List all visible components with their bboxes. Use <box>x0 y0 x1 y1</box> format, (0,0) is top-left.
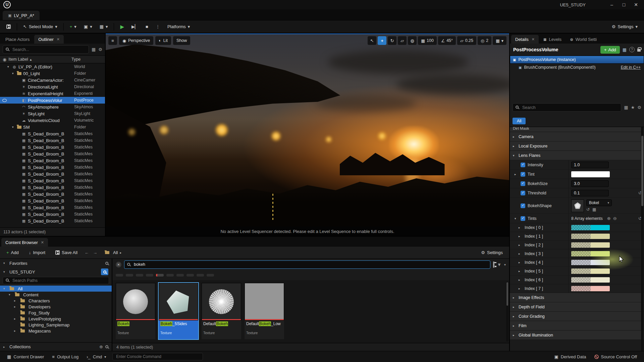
save-search-icon[interactable] <box>493 262 494 267</box>
output-log-button[interactable]: ≡ Output Log <box>48 354 82 359</box>
filter-chip[interactable] <box>197 274 204 277</box>
outliner-row[interactable]: ☀ DirectionalLight Directional <box>0 83 105 90</box>
tint-color-swatch[interactable] <box>571 277 610 283</box>
nav-back-button[interactable]: ← <box>85 250 89 255</box>
expand-arrow-icon[interactable]: ▸ <box>14 305 18 308</box>
expand-arrow-icon[interactable]: ▸ <box>519 226 522 229</box>
tint-array-element-row[interactable]: ▸ Index [ 3 ] <box>510 249 644 258</box>
perspective-dropdown[interactable]: ◉ Perspective <box>119 36 153 45</box>
import-button[interactable]: ↓ Import <box>26 248 48 257</box>
add-array-element-icon[interactable]: ⊕ <box>607 216 611 221</box>
threshold-field[interactable]: 0.1 <box>571 190 609 196</box>
maximize-button[interactable]: □ <box>618 1 630 9</box>
tab-details[interactable]: Details ✕ <box>511 35 539 44</box>
tint-array-element-row[interactable]: ▸ Index [ 5 ] <box>510 267 644 276</box>
brush-component-row[interactable]: ▣ BrushComponent (BrushComponent0) Edit … <box>510 64 644 71</box>
outliner-row[interactable]: ▦ S_Dead_Broom_B StaticMes <box>0 191 105 197</box>
add-asset-button[interactable]: + Add <box>3 248 22 257</box>
folder-tree-item[interactable]: ▾ Content <box>0 292 112 298</box>
bokehshape-texture-thumbnail[interactable] <box>571 199 584 212</box>
outliner-row[interactable]: ☁ VolumetricCloud Volumetric <box>0 117 105 124</box>
outliner-row[interactable]: ▣ CineCameraActor: CineCamer <box>0 77 105 83</box>
component-view-icon[interactable]: ▦ <box>623 47 627 52</box>
help-icon[interactable]: ? <box>629 47 635 52</box>
cmd-dropdown[interactable]: ›_ Cmd ▾ <box>83 354 110 359</box>
asset-search-input[interactable] <box>124 260 490 269</box>
tint-array-element-row[interactable]: ▸ Index [ 2 ] <box>510 241 644 249</box>
expand-arrow-icon[interactable]: ▾ <box>515 217 518 220</box>
close-icon[interactable]: ✕ <box>57 37 60 42</box>
menu-item[interactable] <box>28 3 34 6</box>
expand-arrow-icon[interactable]: ▾ <box>3 287 7 290</box>
section-camera[interactable]: ▸ Camera <box>510 132 644 141</box>
select-tool-button[interactable]: ↖ <box>368 36 376 45</box>
outliner-row[interactable]: ▦ S_Dead_Broom_B StaticMes <box>0 157 105 164</box>
outliner-row[interactable]: ▦ S_Dead_Broom_B StaticMes <box>0 144 105 150</box>
folder-tree-item[interactable]: ▾ All <box>0 286 112 292</box>
tint-array-element-row[interactable]: ▸ Index [ 1 ] <box>510 232 644 241</box>
expand-arrow-icon[interactable]: ▸ <box>519 243 522 247</box>
expand-arrow-icon[interactable]: ▾ <box>12 125 16 129</box>
expand-arrow-icon[interactable]: ▸ <box>519 287 522 290</box>
visibility-column-eye-icon[interactable]: ◉ <box>3 57 6 62</box>
expand-arrow-icon[interactable]: ▸ <box>515 173 518 176</box>
expand-arrow-icon[interactable]: ▸ <box>519 278 522 282</box>
platforms-dropdown[interactable]: Platforms ▾ <box>164 22 193 31</box>
bokehsize-field[interactable]: 3.0 <box>571 180 609 187</box>
play-options-kebab[interactable]: ⋮ <box>153 22 163 31</box>
menu-item[interactable] <box>48 3 54 6</box>
tab-place-actors[interactable]: Place Actors <box>1 35 34 44</box>
column-type[interactable]: Type <box>71 57 102 62</box>
tab-levels[interactable]: ▦ Levels <box>539 35 566 44</box>
expand-arrow-icon[interactable]: ▸ <box>519 235 522 238</box>
outliner-row[interactable]: ☀ SkyLight SkyLight <box>0 110 105 117</box>
asset-tile[interactable]: DefaultBokeh Texture <box>202 283 241 339</box>
outliner-row[interactable]: ▦ S_Dead_Broom_B StaticMes <box>0 197 105 204</box>
section-local-exposure[interactable]: ▸ Local Exposure <box>510 141 644 151</box>
filter-chip[interactable] <box>176 274 184 277</box>
collapsed-section-row[interactable]: ▸ Color Grading <box>510 312 644 321</box>
filter-chip[interactable] <box>146 274 153 277</box>
tint-array-element-row[interactable]: ▸ Index [ 7 ] <box>510 284 644 293</box>
menu-item[interactable] <box>61 3 68 6</box>
expand-arrow-icon[interactable]: ▾ <box>12 72 16 75</box>
blueprints-dropdown[interactable]: ▣▾ <box>81 22 95 31</box>
details-search-input[interactable] <box>513 103 621 112</box>
outliner-row[interactable]: ▦ S_Dead_Broom_B StaticMes <box>0 137 105 144</box>
play-button[interactable]: ▶ <box>117 22 127 32</box>
details-scrollbar[interactable] <box>641 127 644 351</box>
minimize-button[interactable]: – <box>606 1 618 9</box>
filter-chip[interactable] <box>166 274 174 277</box>
filter-chip[interactable] <box>207 274 214 277</box>
lock-icon[interactable] <box>637 49 641 52</box>
expand-arrow-icon[interactable]: ▸ <box>519 269 522 273</box>
bokehshape-checkbox[interactable] <box>521 203 525 208</box>
tint-array-element-row[interactable]: ▸ Index [ 4 ] <box>510 258 644 267</box>
content-browser-settings-button[interactable]: ⚙ Settings <box>478 248 506 257</box>
bokehsize-checkbox[interactable] <box>521 181 525 186</box>
frame-skip-button[interactable]: ▶▏ <box>128 22 141 31</box>
rotation-snap-control[interactable]: ∠ 45° <box>438 36 456 45</box>
bokehshape-asset-dropdown[interactable]: Bokel ▾ <box>586 199 612 206</box>
folder-tree-item[interactable]: Lighting_Samplemap <box>0 322 112 328</box>
save-all-button[interactable]: Save All <box>52 248 80 257</box>
add-actor-dropdown[interactable]: +▾ <box>67 22 79 31</box>
filter-chip[interactable] <box>116 274 123 277</box>
add-collection-icon[interactable]: ⊕ <box>99 344 103 349</box>
close-button[interactable]: ✕ <box>630 1 642 9</box>
search-icon[interactable] <box>105 262 108 265</box>
level-tab[interactable]: ▣ LV_PP_A* <box>3 11 40 20</box>
scale-snap-control[interactable]: ▱ 0.25 <box>457 36 476 45</box>
world-space-toggle[interactable]: ◍ <box>408 36 417 45</box>
menu-item[interactable] <box>34 3 41 6</box>
close-icon[interactable]: ✕ <box>532 37 535 42</box>
outliner-row[interactable]: ≋ ExponentialHeight Exponenti <box>0 90 105 97</box>
tab-content-browser[interactable]: Content Browser ✕ <box>1 238 48 247</box>
tint-color-swatch[interactable] <box>571 242 610 248</box>
edit-in-cpp-link[interactable]: Edit in C++ <box>621 65 641 70</box>
outliner-row[interactable]: ◠ SkyAtmosphere SkyAtmos <box>0 104 105 110</box>
tint-color-swatch[interactable] <box>571 171 610 177</box>
filter-icon[interactable]: ▦ <box>92 47 96 52</box>
tab-world-settings[interactable]: ◍ World Setti <box>566 35 601 44</box>
outliner-row[interactable]: ◧ PostProcessVolur PostProce <box>0 97 105 104</box>
